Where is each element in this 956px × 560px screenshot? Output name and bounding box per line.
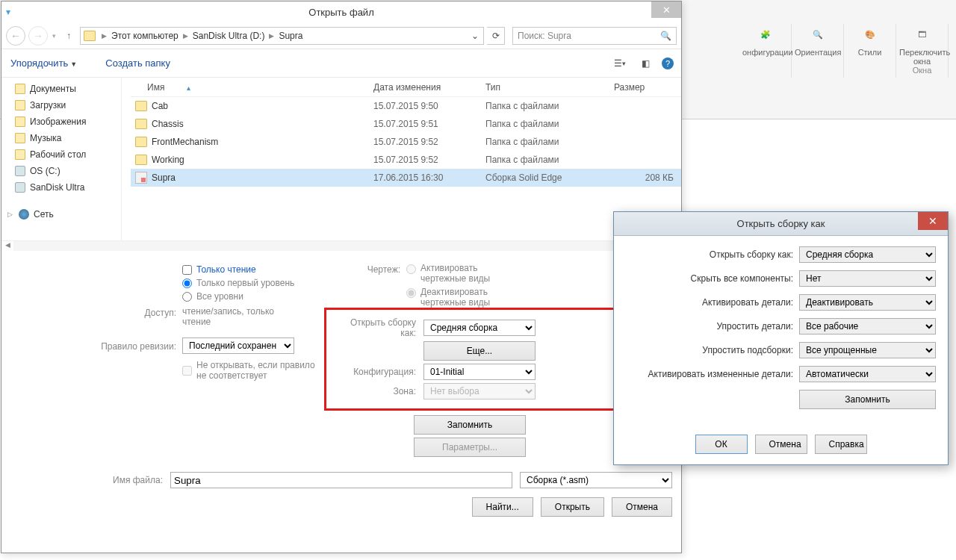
more-button[interactable]: Еще...	[423, 341, 536, 361]
navigation-row: ← → ▾ ↑ ▶ Этот компьютер ▶ SanDisk Ultra…	[1, 22, 681, 49]
tree-item-d-drive[interactable]: SanDisk Ultra	[1, 179, 121, 196]
dlg2-activate-parts-label: Активировать детали:	[626, 297, 793, 308]
open-button[interactable]: Открыть	[541, 497, 604, 517]
file-row[interactable]: Supra17.06.2015 16:30Сборка Solid Edge20…	[131, 169, 681, 187]
dlg2-cancel-button[interactable]: Отмена	[755, 435, 807, 454]
help-icon[interactable]: ?	[662, 57, 674, 69]
tree-item-desktop[interactable]: Рабочий стол	[1, 146, 121, 163]
file-list: Имя▴ Дата изменения Тип Размер Cab15.07.…	[122, 78, 681, 240]
open-as-select[interactable]: Средняя сборка	[423, 320, 536, 336]
file-type: Папка с файлами	[485, 137, 614, 147]
folder-icon	[15, 116, 25, 127]
config-label: Конфигурация:	[334, 367, 416, 377]
tree-item-downloads[interactable]: Загрузки	[1, 97, 121, 113]
deactivate-views-radio: Деактивировать чертежные виды	[406, 287, 525, 308]
file-name: Supra	[152, 172, 176, 183]
scrollbar-track[interactable]	[13, 241, 669, 251]
access-label: Доступ:	[10, 306, 182, 327]
remember-button[interactable]: Запомнить	[414, 415, 526, 435]
dlg2-activate-parts-select[interactable]: Деактивировать	[799, 294, 936, 311]
dlg2-simplify-subs-select[interactable]: Все упрощенные	[799, 342, 936, 358]
organize-button[interactable]: Упорядочить▼	[9, 55, 78, 72]
forward-button[interactable]: →	[28, 26, 48, 46]
breadcrumb-item[interactable]: SanDisk Ultra (D:)	[193, 31, 265, 41]
file-row[interactable]: Chassis15.07.2015 9:51Папка с файлами	[131, 115, 681, 133]
tree-item-network[interactable]: ▷Сеть	[1, 206, 121, 223]
dlg2-activate-changed-select[interactable]: Автоматически	[799, 366, 936, 382]
options-panel: Только чтение Только первый уровень Все …	[1, 251, 681, 466]
breadcrumb-item[interactable]: Supra	[279, 31, 302, 41]
breadcrumb-dropdown-icon[interactable]: ⌄	[467, 31, 483, 41]
dlg2-ok-button[interactable]: ОК	[695, 435, 748, 454]
file-row[interactable]: Working15.07.2015 9:52Папка с файлами	[131, 151, 681, 169]
config-select[interactable]: 01-Initial	[423, 364, 536, 380]
file-type: Папка с файлами	[485, 101, 614, 111]
open-file-dialog: ▾ Открыть файл ✕ ← → ▾ ↑ ▶ Этот компьюте…	[1, 1, 682, 553]
column-headers[interactable]: Имя▴ Дата изменения Тип Размер	[131, 78, 681, 97]
scroll-left-icon[interactable]: ◀	[1, 241, 13, 251]
dlg2-help-button[interactable]: Справка	[815, 435, 867, 454]
tree-item-c-drive[interactable]: OS (C:)	[1, 163, 121, 179]
folder-tree[interactable]: Документы Загрузки Изображения Музыка Ра…	[1, 78, 122, 240]
ribbon-tab-configs[interactable]: 🧩онфигурации	[739, 24, 792, 78]
params-button: Параметры...	[414, 438, 526, 457]
filename-input[interactable]	[170, 472, 512, 488]
ribbon-tab-orientation[interactable]: 🔍Ориентация	[792, 24, 844, 78]
breadcrumb-sep-icon: ▶	[99, 32, 110, 40]
history-dropdown-icon[interactable]: ▾	[52, 32, 56, 40]
dontopen-checkbox[interactable]: Не открывать, если правило не соответств…	[182, 358, 316, 382]
preview-pane-button[interactable]: ◧	[636, 56, 654, 71]
network-icon	[19, 209, 29, 220]
col-type[interactable]: Тип	[485, 82, 614, 93]
dlg2-hide-select[interactable]: Нет	[799, 270, 936, 287]
find-button[interactable]: Найти...	[472, 497, 533, 517]
cancel-button[interactable]: Отмена	[612, 497, 672, 517]
folder-icon	[15, 149, 25, 160]
file-size: 208 КБ	[614, 172, 674, 183]
assembly-icon	[135, 172, 147, 184]
drive-icon	[15, 182, 25, 193]
search-icon: 🔍	[660, 31, 671, 41]
refresh-button[interactable]: ⟳	[487, 27, 505, 45]
tree-item-pictures[interactable]: Изображения	[1, 113, 121, 130]
tree-item-music[interactable]: Музыка	[1, 130, 121, 146]
close-button[interactable]: ✕	[651, 1, 681, 18]
filetype-select[interactable]: Сборка (*.asm)	[520, 472, 672, 488]
col-date[interactable]: Дата изменения	[373, 82, 485, 93]
folder-icon	[135, 101, 147, 111]
breadcrumb-item[interactable]: Этот компьютер	[111, 31, 179, 41]
readonly-checkbox[interactable]: Только чтение	[182, 263, 256, 276]
tree-hscroll[interactable]: ◀ ▶	[1, 240, 681, 251]
dlg2-open-as-label: Открыть сборку как:	[626, 249, 793, 260]
up-button[interactable]: ↑	[60, 28, 77, 44]
ribbon-tab-windows[interactable]: 🗔Переключить окнаОкна	[896, 24, 949, 78]
revision-select[interactable]: Последний сохранен	[182, 337, 294, 354]
access-value: чтение/запись, только чтение	[182, 306, 302, 327]
breadcrumb-sep-icon: ▶	[266, 32, 277, 40]
search-input[interactable]: Поиск: Supra 🔍	[512, 27, 677, 45]
ribbon-tab-styles[interactable]: 🎨Стили	[844, 24, 896, 78]
dlg2-open-as-select[interactable]: Средняя сборка	[799, 246, 936, 263]
dlg2-titlebar: Открыть сборку как ✕	[614, 212, 948, 236]
new-folder-button[interactable]: Создать папку	[104, 55, 172, 72]
folder-icon	[15, 133, 25, 143]
file-type: Сборка Solid Edge	[485, 172, 614, 183]
folder-icon	[135, 155, 147, 165]
file-row[interactable]: FrontMechanism15.07.2015 9:52Папка с фай…	[131, 133, 681, 151]
expand-icon[interactable]: ▷	[7, 211, 13, 218]
col-size[interactable]: Размер	[614, 82, 674, 93]
tree-item-documents[interactable]: Документы	[1, 81, 121, 97]
file-row[interactable]: Cab15.07.2015 9:50Папка с файлами	[131, 97, 681, 115]
dlg2-close-button[interactable]: ✕	[918, 212, 948, 230]
dlg2-simplify-parts-select[interactable]: Все рабочие	[799, 318, 936, 335]
dlg2-remember-button[interactable]: Запомнить	[799, 390, 936, 409]
chevron-down-icon: ▼	[70, 60, 77, 68]
alllevels-radio[interactable]: Все уровни	[182, 290, 243, 303]
back-button[interactable]: ←	[6, 26, 25, 46]
col-name[interactable]: Имя▴	[131, 82, 373, 93]
firstlevel-radio[interactable]: Только первый уровень	[182, 276, 294, 290]
breadcrumb[interactable]: ▶ Этот компьютер ▶ SanDisk Ultra (D:) ▶ …	[80, 27, 484, 45]
sort-asc-icon: ▴	[187, 84, 190, 92]
dlg2-buttons: ОК Отмена Справка	[614, 427, 948, 464]
view-options-button[interactable]: ☰▾	[611, 56, 629, 71]
